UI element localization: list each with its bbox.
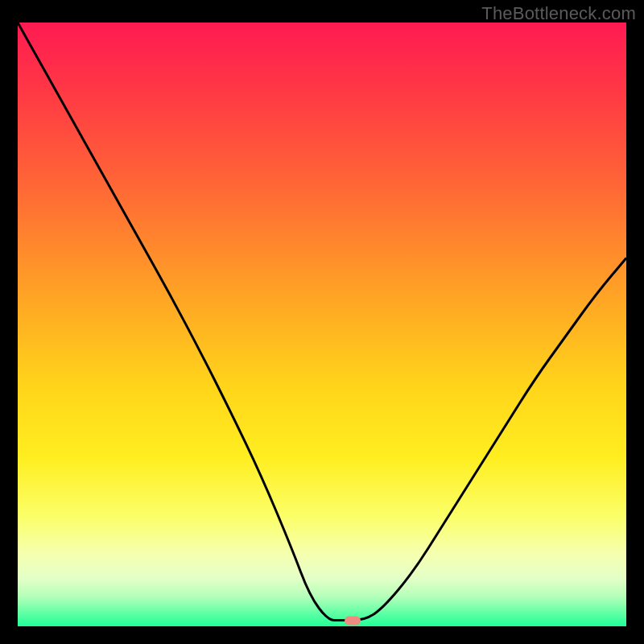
optimal-marker xyxy=(345,616,361,625)
gradient-plot-area xyxy=(18,23,626,626)
watermark-label: TheBottleneck.com xyxy=(481,3,636,24)
curve-svg xyxy=(18,23,626,626)
bottleneck-curve-path xyxy=(18,23,626,621)
chart-frame: TheBottleneck.com xyxy=(0,0,644,644)
